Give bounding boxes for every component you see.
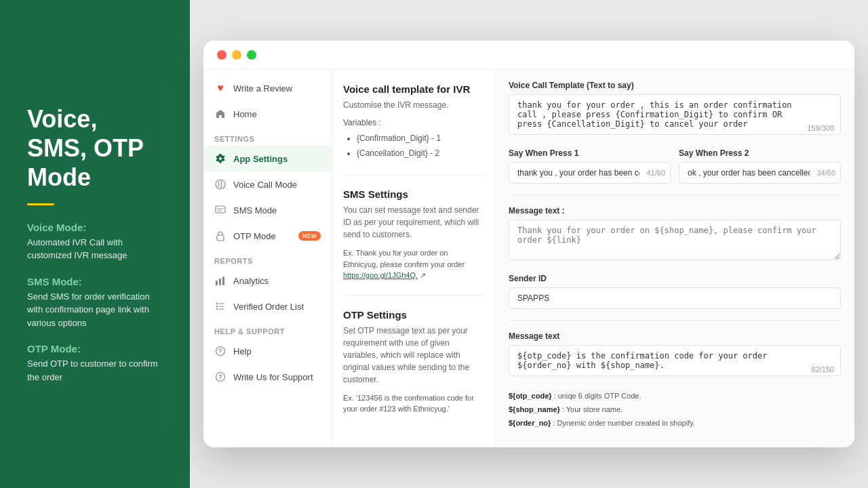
sidebar: ♥ Write a Review Home SETTINGS [203, 70, 332, 447]
sms-example-text: Ex. Thank you for your order on Ethnicyu… [343, 249, 465, 268]
maximize-button[interactable] [247, 50, 256, 60]
sms-message-input[interactable] [509, 220, 841, 260]
hero-otp-text: Send OTP to customer to confirm the orde… [27, 357, 163, 384]
right-panel: Voice Call Template (Text to say) thank … [495, 70, 854, 447]
var-order-no: ${order_no} [509, 419, 551, 427]
phone-icon [214, 178, 226, 190]
otp-message-group: Message text ${otp_code} is the confirma… [509, 331, 841, 379]
sms-message-group: Message text : [509, 206, 841, 263]
help-section-label: HELP & SUPPORT [203, 319, 332, 338]
svg-point-12 [220, 379, 220, 380]
right-area: ♥ Write a Review Home SETTINGS [190, 0, 868, 488]
sidebar-item-verified-order-list[interactable]: Verified Order List [203, 293, 332, 319]
hero-sms-section: SMS Mode: Send SMS for order verificatio… [27, 276, 163, 330]
sidebar-label-voice-call-mode: Voice Call Mode [233, 180, 297, 190]
sms-example: Ex. Thank you for your order on Ethnicyu… [343, 247, 484, 281]
middle-column: Voice call template for IVR Customise th… [332, 70, 495, 447]
voice-template-char-count: 159/300 [807, 124, 834, 132]
var-help: ${otp_code} : uniqe 6 digits OTP Code. $… [509, 390, 841, 430]
window-body: ♥ Write a Review Home SETTINGS [203, 70, 854, 447]
chart-icon [214, 274, 226, 287]
sidebar-item-write-review[interactable]: ♥ Write a Review [203, 75, 332, 101]
press1-char-count: 41/60 [646, 169, 665, 177]
sidebar-item-otp-mode[interactable]: OTP Mode New [203, 223, 332, 249]
home-icon [214, 108, 226, 120]
svg-point-7 [216, 306, 218, 307]
voice-template-input[interactable]: thank you for your order , this is an or… [509, 94, 841, 135]
title-bar [203, 41, 854, 70]
var-shop-name-desc: : Your store name. [562, 405, 623, 413]
sidebar-item-voice-call-mode[interactable]: Voice Call Mode [203, 171, 332, 197]
press1-group: Say When Press 1 41/60 [509, 148, 671, 184]
voice-vars-list: {Confirmation_Digit} - 1 {Cancellation_D… [343, 131, 484, 161]
sender-id-label: Sender ID [509, 274, 841, 283]
otp-example: Ex. '123456 is the confirmation code for… [343, 392, 484, 415]
var-otp-code-desc: : uniqe 6 digits OTP Code. [554, 392, 642, 400]
voice-var-1: {Confirmation_Digit} - 1 [357, 131, 484, 146]
var-shop-name: ${shop_name} [509, 405, 560, 413]
var-help-3: ${order_no} : Dynemic order number creat… [509, 417, 841, 430]
panel-divider-1 [509, 195, 841, 195]
sidebar-label-verified-order-list: Verified Order List [233, 302, 304, 312]
sidebar-item-help[interactable]: Help [203, 338, 332, 364]
sms-icon [214, 204, 226, 216]
sidebar-label-analytics: Analytics [233, 276, 269, 286]
press2-char-count: 34/60 [816, 169, 835, 177]
voice-section: Voice call template for IVR Customise th… [343, 83, 484, 161]
sidebar-label-write-review: Write a Review [233, 83, 292, 94]
voice-template-group: Voice Call Template (Text to say) thank … [509, 81, 841, 138]
main-content: Voice call template for IVR Customise th… [332, 70, 854, 447]
lock-icon [214, 230, 226, 242]
sms-link-icon: ↗ [420, 271, 426, 279]
sidebar-item-home[interactable]: Home [203, 101, 332, 127]
voice-section-desc: Customise the IVR message. [343, 99, 484, 111]
voice-var-2: {Cancellation_Digit} - 2 [357, 146, 484, 161]
sms-message-label: Message text : [509, 206, 841, 216]
minimize-button[interactable] [232, 50, 241, 60]
hero-title: Voice, SMS, OTP Mode [27, 104, 163, 192]
otp-new-badge: New [298, 231, 321, 241]
var-order-no-desc: : Dynemic order number created in shopif… [553, 419, 695, 427]
divider-1 [343, 174, 484, 175]
hero-voice-section: Voice Mode: Automated IVR Call with cust… [27, 222, 163, 262]
settings-section-label: SETTINGS [203, 127, 332, 146]
divider-2 [343, 295, 484, 296]
sms-link[interactable]: https://goo.gl/1JGh4Q. [343, 271, 418, 279]
heart-icon: ♥ [214, 82, 226, 94]
press2-group: Say When Press 2 34/60 [679, 148, 841, 184]
gear-icon [214, 152, 226, 165]
hero-voice-text: Automated IVR Call with customized IVR m… [27, 236, 163, 262]
voice-vars-label: Variables : [343, 118, 484, 127]
hero-otp-heading: OTP Mode: [27, 343, 163, 354]
sidebar-item-app-settings[interactable]: App Settings [203, 146, 332, 171]
sidebar-label-otp-mode: OTP Mode [233, 231, 276, 241]
sender-id-input[interactable] [509, 287, 841, 309]
sender-id-group: Sender ID [509, 274, 841, 309]
otp-message-input[interactable]: ${otp_code} is the confirmation code for… [509, 345, 841, 376]
otp-section-title: OTP Settings [343, 309, 484, 321]
panel-divider-2 [509, 320, 841, 321]
sidebar-label-help: Help [233, 346, 252, 357]
app-window: ♥ Write a Review Home SETTINGS [203, 41, 854, 447]
sidebar-item-sms-mode[interactable]: SMS Mode [203, 197, 332, 223]
close-button[interactable] [217, 50, 226, 60]
var-otp-code: ${otp_code} [509, 392, 552, 400]
press2-label: Say When Press 2 [679, 148, 841, 158]
sms-section: SMS Settings You can set message text an… [343, 188, 484, 281]
otp-section-desc: Set OTP message text as per your require… [343, 325, 484, 386]
hero-divider [27, 203, 54, 205]
hero-voice-heading: Voice Mode: [27, 222, 163, 233]
sidebar-label-sms-mode: SMS Mode [233, 205, 277, 216]
otp-char-count: 82/150 [811, 365, 834, 373]
press1-label: Say When Press 1 [509, 148, 671, 158]
hero-sms-text: Send SMS for order verification with con… [27, 290, 163, 330]
svg-rect-5 [222, 277, 224, 285]
sidebar-item-analytics[interactable]: Analytics [203, 268, 332, 293]
svg-rect-4 [219, 279, 221, 285]
press-fields-row: Say When Press 1 41/60 Say When Press 2 … [509, 148, 841, 184]
sidebar-item-write-support[interactable]: Write Us for Support [203, 364, 332, 390]
question-circle-icon [214, 371, 226, 383]
voice-section-title: Voice call template for IVR [343, 83, 484, 95]
var-help-2: ${shop_name} : Your store name. [509, 403, 841, 417]
reports-section-label: REPORTS [203, 249, 332, 268]
